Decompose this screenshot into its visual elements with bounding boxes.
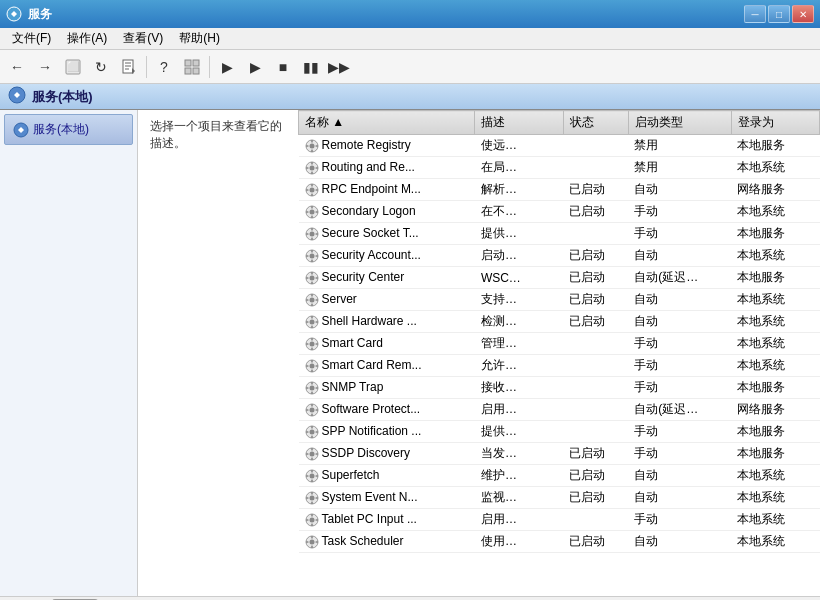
table-row[interactable]: SNMP Trap接收…手动本地服务	[299, 377, 820, 399]
svg-point-99	[309, 451, 314, 456]
table-row[interactable]: SPP Notification ...提供…手动本地服务	[299, 421, 820, 443]
svg-rect-49	[315, 255, 318, 257]
minimize-button[interactable]: ─	[744, 5, 766, 23]
maximize-button[interactable]: □	[768, 5, 790, 23]
service-desc: 当发…	[475, 443, 563, 465]
service-gear-icon	[305, 535, 319, 549]
svg-point-51	[309, 275, 314, 280]
service-gear-icon	[305, 315, 319, 329]
play2-button[interactable]: ▶	[242, 54, 268, 80]
service-desc: 启动…	[475, 245, 563, 267]
col-header-name[interactable]: 名称 ▲	[299, 111, 475, 135]
table-row[interactable]: Task Scheduler使用…已启动自动本地系统	[299, 531, 820, 553]
table-row[interactable]: SSDP Discovery当发…已启动手动本地服务	[299, 443, 820, 465]
col-header-start[interactable]: 启动类型	[628, 111, 731, 135]
table-row[interactable]: Software Protect...启用…自动(延迟…网络服务	[299, 399, 820, 421]
view-icon	[184, 59, 200, 75]
col-header-status[interactable]: 状态	[563, 111, 628, 135]
table-row[interactable]: Secondary Logon在不…已启动手动本地系统	[299, 201, 820, 223]
svg-rect-73	[315, 343, 318, 345]
table-container[interactable]: 名称 ▲ 描述 状态 启动类型 登录为 Remote Registry使远…禁用…	[298, 110, 820, 596]
table-row[interactable]: Secure Socket T...提供…手动本地服务	[299, 223, 820, 245]
export-button[interactable]	[116, 54, 142, 80]
svg-point-45	[309, 253, 314, 258]
service-status: 已启动	[563, 179, 628, 201]
back-button[interactable]: ←	[4, 54, 30, 80]
service-start-type: 手动	[628, 443, 731, 465]
service-gear-icon	[305, 183, 319, 197]
svg-rect-91	[315, 409, 318, 411]
col-header-login[interactable]: 登录为	[731, 111, 819, 135]
service-gear-icon	[305, 403, 319, 417]
service-desc: 监视…	[475, 487, 563, 509]
menu-help[interactable]: 帮助(H)	[171, 28, 228, 49]
service-login: 本地服务	[731, 421, 819, 443]
table-row[interactable]: Shell Hardware ...检测…已启动自动本地系统	[299, 311, 820, 333]
svg-point-15	[309, 143, 314, 148]
svg-rect-16	[311, 140, 313, 143]
service-start-type: 自动	[628, 531, 731, 553]
service-start-type: 禁用	[628, 135, 731, 157]
table-row[interactable]: System Event N...监视…已启动自动本地系统	[299, 487, 820, 509]
table-row[interactable]: Security Account...启动…已启动自动本地系统	[299, 245, 820, 267]
service-login: 本地系统	[731, 245, 819, 267]
menu-file[interactable]: 文件(F)	[4, 28, 59, 49]
menu-action[interactable]: 操作(A)	[59, 28, 115, 49]
menu-view[interactable]: 查看(V)	[115, 28, 171, 49]
service-name: SSDP Discovery	[299, 443, 475, 465]
service-name: Server	[299, 289, 475, 311]
table-row[interactable]: Security CenterWSC…已启动自动(延迟…本地服务	[299, 267, 820, 289]
service-desc: 启用…	[475, 509, 563, 531]
svg-rect-59	[311, 303, 313, 306]
svg-rect-28	[311, 184, 313, 187]
svg-point-81	[309, 385, 314, 390]
table-row[interactable]: RPC Endpoint M...解析…已启动自动网络服务	[299, 179, 820, 201]
restart-button[interactable]: ▶▶	[326, 54, 352, 80]
pause-button[interactable]: ▮▮	[298, 54, 324, 80]
service-name: Smart Card	[299, 333, 475, 355]
service-name: SPP Notification ...	[299, 421, 475, 443]
window-controls: ─ □ ✕	[744, 5, 814, 23]
service-login: 本地系统	[731, 333, 819, 355]
service-login: 本地系统	[731, 465, 819, 487]
play-button[interactable]: ▶	[214, 54, 240, 80]
service-login: 网络服务	[731, 179, 819, 201]
svg-rect-97	[315, 431, 318, 433]
service-desc: 支持…	[475, 289, 563, 311]
service-gear-icon	[305, 469, 319, 483]
service-name: Routing and Re...	[299, 157, 475, 179]
service-desc: 使远…	[475, 135, 563, 157]
service-desc: 使用…	[475, 531, 563, 553]
table-row[interactable]: Smart Card管理…手动本地系统	[299, 333, 820, 355]
close-button[interactable]: ✕	[792, 5, 814, 23]
refresh-button[interactable]: ↻	[88, 54, 114, 80]
svg-rect-84	[306, 387, 309, 389]
sidebar-item-services[interactable]: 服务(本地)	[4, 114, 133, 145]
view-button[interactable]	[179, 54, 205, 80]
table-row[interactable]: Remote Registry使远…禁用本地服务	[299, 135, 820, 157]
table-row[interactable]: Smart Card Rem...允许…手动本地系统	[299, 355, 820, 377]
svg-rect-114	[306, 497, 309, 499]
svg-rect-103	[315, 453, 318, 455]
stop-button[interactable]: ■	[270, 54, 296, 80]
service-gear-icon	[305, 491, 319, 505]
service-start-type: 自动(延迟…	[628, 399, 731, 421]
up-button[interactable]: ⬜	[60, 54, 86, 80]
svg-rect-37	[315, 211, 318, 213]
service-login: 本地服务	[731, 377, 819, 399]
table-row[interactable]: Routing and Re...在局…禁用本地系统	[299, 157, 820, 179]
forward-button[interactable]: →	[32, 54, 58, 80]
col-header-desc[interactable]: 描述	[475, 111, 563, 135]
svg-point-33	[309, 209, 314, 214]
svg-rect-119	[311, 523, 313, 526]
svg-point-87	[309, 407, 314, 412]
table-row[interactable]: Server支持…已启动自动本地系统	[299, 289, 820, 311]
service-desc: 检测…	[475, 311, 563, 333]
services-panel: 选择一个项目来查看它的描述。 名称 ▲ 描述 状态 启动类型 登录为	[138, 110, 820, 596]
toolbar: ← → ⬜ ↻ ? ▶ ▶ ■ ▮▮ ▶▶	[0, 50, 820, 84]
svg-rect-71	[311, 347, 313, 350]
help-button[interactable]: ?	[151, 54, 177, 80]
table-row[interactable]: Superfetch维护…已启动自动本地系统	[299, 465, 820, 487]
description-text: 选择一个项目来查看它的描述。	[150, 119, 282, 150]
table-row[interactable]: Tablet PC Input ...启用…手动本地系统	[299, 509, 820, 531]
